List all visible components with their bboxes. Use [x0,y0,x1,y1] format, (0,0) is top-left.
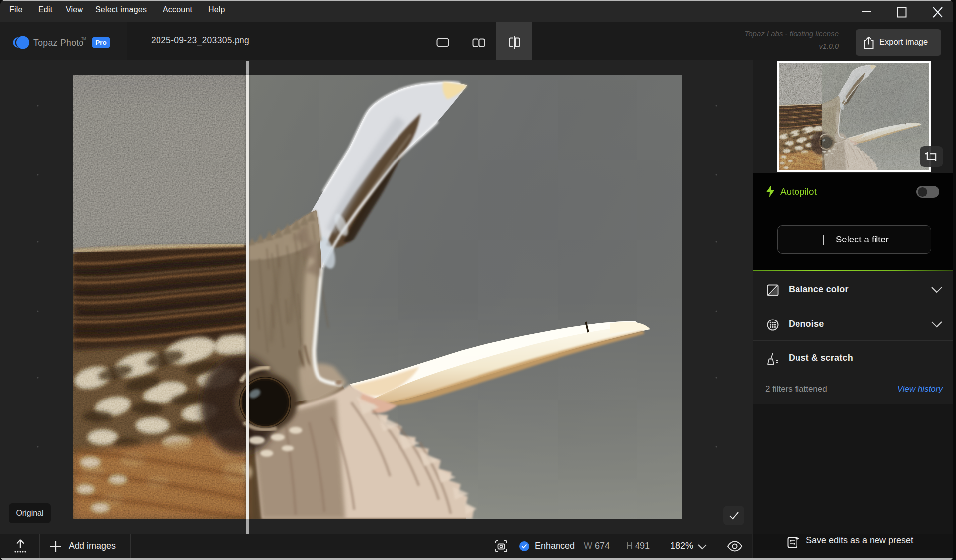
svg-text:Topaz Photo: Topaz Photo [33,38,84,48]
svg-text:TM: TM [81,37,86,40]
